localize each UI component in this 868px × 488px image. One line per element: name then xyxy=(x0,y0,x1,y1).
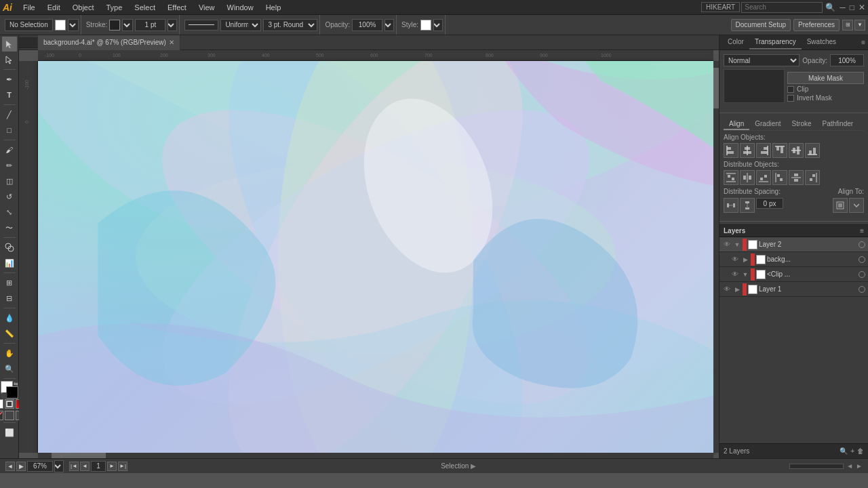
tab-transparency[interactable]: Transparency xyxy=(749,35,802,49)
menu-edit[interactable]: Edit xyxy=(42,2,66,13)
layer-expand-arrow[interactable]: ▶ xyxy=(733,285,741,294)
dist-bottom-btn[interactable] xyxy=(756,170,771,185)
align-tab-align[interactable]: Align xyxy=(724,119,749,130)
fill-mode-btn[interactable] xyxy=(0,399,3,409)
layer-row[interactable]: 👁 ▶ backg... xyxy=(719,252,868,267)
invert-mask-checkbox[interactable] xyxy=(787,95,794,102)
close-icon[interactable]: ✕ xyxy=(859,3,865,12)
clip-checkbox[interactable] xyxy=(787,86,794,93)
layer-expand-arrow[interactable]: ▶ xyxy=(741,255,749,264)
search-icon[interactable]: 🔍 xyxy=(825,3,835,12)
align-tab-gradient[interactable]: Gradient xyxy=(749,119,786,130)
align-top-btn[interactable] xyxy=(772,143,787,158)
stroke-width-unit-selector[interactable]: ▼ xyxy=(167,19,177,31)
rotate-tool[interactable]: ↺ xyxy=(2,189,17,204)
paintbrush-tool[interactable]: 🖌 xyxy=(2,142,17,157)
page-number-input[interactable] xyxy=(91,461,106,472)
eraser-tool[interactable]: ◫ xyxy=(2,174,17,188)
search-input[interactable] xyxy=(741,2,823,13)
zoom-tool[interactable]: 🔍 xyxy=(2,361,17,376)
stroke-uniform-selector[interactable]: Uniform xyxy=(220,19,261,31)
swap-colors-icon[interactable]: ⇆ xyxy=(14,381,18,387)
shape-builder-tool[interactable] xyxy=(2,240,17,255)
panel-options-icon[interactable]: ≡ xyxy=(861,39,865,46)
menu-select[interactable]: Select xyxy=(129,2,161,13)
next-page-btn[interactable]: ► xyxy=(107,462,117,471)
dist-spacing-h-btn[interactable] xyxy=(724,198,738,213)
tab-close-icon[interactable]: ✕ xyxy=(169,39,174,46)
first-page-btn[interactable]: |◄ xyxy=(69,462,79,471)
document-tab[interactable]: background-4.ai* @ 67% (RGB/Preview) ✕ xyxy=(38,35,180,50)
dist-right-btn[interactable] xyxy=(805,170,820,185)
fill-selector[interactable]: ▼ xyxy=(68,19,79,31)
fill-swatch[interactable] xyxy=(55,20,66,30)
warp-tool[interactable]: 〜 xyxy=(2,220,17,235)
eyedropper-tool[interactable]: 💧 xyxy=(2,310,17,325)
layer-row[interactable]: 👁 ▼ Layer 2 xyxy=(719,237,868,252)
zoom-prev-btn[interactable]: ◄ xyxy=(5,462,15,471)
style-swatch[interactable] xyxy=(420,20,431,30)
layers-options-icon[interactable]: ≡ xyxy=(860,227,864,235)
measure-tool[interactable]: 📏 xyxy=(2,326,17,341)
dist-hc-btn[interactable] xyxy=(789,170,804,185)
layer-target-circle[interactable] xyxy=(859,271,865,278)
stroke-color-swatch[interactable] xyxy=(109,20,120,30)
stroke-width-input[interactable] xyxy=(135,19,165,31)
menu-object[interactable]: Object xyxy=(67,2,100,13)
selection-tool[interactable] xyxy=(2,37,17,52)
align-center-h-btn[interactable] xyxy=(740,143,755,158)
pencil-tool[interactable]: ✏ xyxy=(2,158,17,173)
layer-visibility-eye[interactable]: 👁 xyxy=(722,240,732,249)
vertical-scrollbar-thumb[interactable] xyxy=(713,68,719,108)
layer-visibility-eye[interactable]: 👁 xyxy=(730,270,740,279)
arrange-icon-1[interactable]: ⊞ xyxy=(842,20,853,30)
zoom-dropdown[interactable]: ▼ xyxy=(54,460,64,472)
scroll-right-icon[interactable]: ► xyxy=(856,462,863,470)
stroke-color-selector[interactable]: ▼ xyxy=(122,19,133,31)
style-selector[interactable]: ▼ xyxy=(433,19,443,31)
pen-tool[interactable]: ✒ xyxy=(2,72,17,87)
horizontal-scrollbar-thumb[interactable] xyxy=(52,453,106,458)
align-center-v-btn[interactable] xyxy=(789,143,804,158)
preferences-button[interactable]: Preferences xyxy=(793,19,840,31)
color-btn[interactable] xyxy=(5,411,14,420)
background-color[interactable] xyxy=(6,386,18,399)
align-left-btn[interactable] xyxy=(724,143,738,158)
canvas-area[interactable]: -100 0 100 200 300 400 500 600 700 800 9… xyxy=(19,50,719,458)
stroke-style-selector[interactable]: 3 pt. Round xyxy=(263,19,317,31)
blend-mode-select[interactable]: Normal Multiply Screen Overlay xyxy=(724,54,800,66)
none-color-btn[interactable] xyxy=(0,411,3,420)
direct-selection-tool[interactable] xyxy=(2,52,17,67)
status-dropdown-icon[interactable]: ▶ xyxy=(471,462,476,470)
menu-view[interactable]: View xyxy=(193,2,220,13)
zoom-next-btn[interactable]: ▶ xyxy=(16,462,26,471)
align-bottom-btn[interactable] xyxy=(805,143,820,158)
vertical-scrollbar[interactable] xyxy=(713,61,719,453)
rectangle-tool[interactable]: □ xyxy=(2,123,17,138)
workspace-selector[interactable]: HIKEART xyxy=(701,2,740,12)
align-to-dropdown-btn[interactable] xyxy=(849,198,864,213)
layers-add-icon[interactable]: + xyxy=(850,447,854,455)
menu-window[interactable]: Window xyxy=(222,2,259,13)
menu-type[interactable]: Type xyxy=(101,2,128,13)
dist-spacing-v-btn[interactable] xyxy=(740,198,755,213)
zoom-input[interactable] xyxy=(27,461,53,472)
dist-left-btn[interactable] xyxy=(772,170,787,185)
align-tab-pathfinder[interactable]: Pathfinder xyxy=(817,119,859,130)
maximize-icon[interactable]: □ xyxy=(850,3,854,12)
artboard-tool[interactable]: ⊞ xyxy=(2,275,17,290)
menu-effect[interactable]: Effect xyxy=(162,2,192,13)
graph-tool[interactable]: 📊 xyxy=(2,256,17,270)
layers-search-icon[interactable]: 🔍 xyxy=(840,447,848,455)
dist-top-btn[interactable] xyxy=(724,170,738,185)
layer-target-circle[interactable] xyxy=(859,241,865,248)
layer-visibility-eye[interactable]: 👁 xyxy=(722,285,732,294)
document-setup-button[interactable]: Document Setup xyxy=(731,19,791,31)
default-colors-icon[interactable]: ⬛ xyxy=(1,392,7,399)
tab-color[interactable]: Color xyxy=(722,35,749,49)
type-tool[interactable]: T xyxy=(2,87,17,102)
align-tab-stroke[interactable]: Stroke xyxy=(787,119,817,130)
line-tool[interactable]: ╱ xyxy=(2,107,17,122)
dist-vc-btn[interactable] xyxy=(740,170,755,185)
distribute-spacing-input[interactable] xyxy=(756,198,783,209)
